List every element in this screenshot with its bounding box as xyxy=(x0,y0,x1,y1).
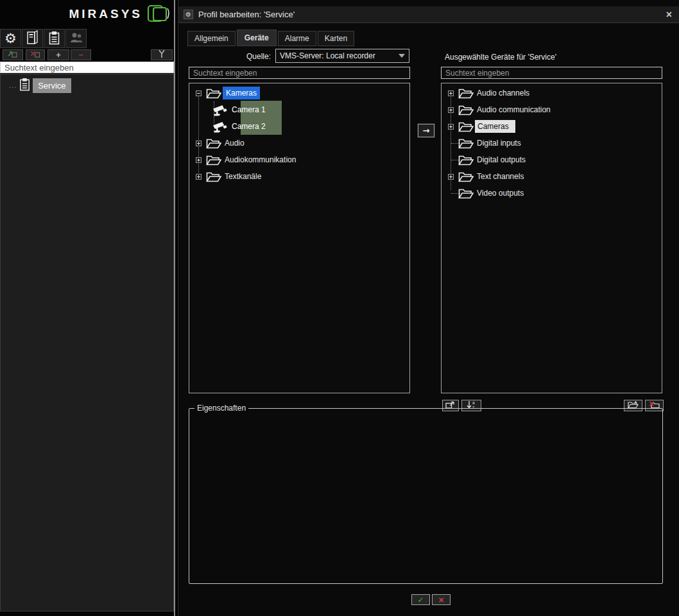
server-icon xyxy=(26,30,39,47)
expand-plus-icon[interactable] xyxy=(448,124,454,130)
tree-item-label: Cameras xyxy=(475,120,515,133)
tree-item-label: Camera 2 xyxy=(232,122,266,131)
tree-item-digital-outputs[interactable]: Digital outputs xyxy=(442,151,662,168)
dialog-titlebar[interactable]: ⚙ Profil bearbeiten: 'Service' × xyxy=(178,6,679,23)
profiles-tab-button[interactable] xyxy=(44,29,65,48)
cancel-x-icon: × xyxy=(438,596,444,604)
profile-edit-dialog: ⚙ Profil bearbeiten: 'Service' × Allgeme… xyxy=(178,0,679,616)
expand-plus-icon[interactable] xyxy=(448,90,454,96)
tree-item-audio-channels[interactable]: Audio channels xyxy=(442,85,662,101)
remove-red-icon xyxy=(30,50,40,60)
tree-item-label: Textkanäle xyxy=(225,172,261,181)
folder-icon xyxy=(206,138,221,149)
profile-gear-icon: ⚙ xyxy=(184,10,193,19)
tree-item-cameras[interactable]: Cameras xyxy=(442,118,662,135)
remove-button[interactable]: − xyxy=(71,49,91,60)
profile-tree-panel: ... Service xyxy=(0,74,174,612)
gear-icon: ⚙ xyxy=(4,32,17,46)
source-label: Quelle: xyxy=(217,52,271,61)
logo-text: MIRASYS xyxy=(69,7,142,21)
tree-item-label: Camera 1 xyxy=(232,105,266,114)
add-to-profile-button[interactable] xyxy=(3,49,23,60)
expand-plus-icon[interactable] xyxy=(196,174,202,180)
sidebar: MIRASYS ⚙ xyxy=(0,0,175,616)
tab-karten[interactable]: Karten xyxy=(318,31,354,46)
selected-devices-search-input[interactable] xyxy=(441,67,662,79)
selected-devices-header: Ausgewählte Geräte für 'Service' xyxy=(445,53,556,62)
connections-button[interactable] xyxy=(151,49,173,60)
expand-plus-icon[interactable] xyxy=(448,107,454,113)
tree-item-label: Kameras xyxy=(223,87,260,99)
tree-item-label: Audio communication xyxy=(477,105,551,114)
tree-item-label: Audio xyxy=(225,139,245,148)
sub-toolbar: + − xyxy=(0,49,174,60)
clipboard-icon xyxy=(19,78,30,93)
users-tab-button[interactable] xyxy=(65,29,87,48)
users-icon xyxy=(69,31,83,46)
logo: MIRASYS xyxy=(0,0,174,28)
tab-allgemein[interactable]: Allgemein xyxy=(187,31,236,46)
profile-tree-item-service[interactable]: ... Service xyxy=(1,77,71,94)
folder-icon xyxy=(458,88,474,99)
available-devices-tree: Kameras Camera 1 Camera 2 Audio Audiokom… xyxy=(189,83,410,393)
collapse-minus-icon[interactable] xyxy=(196,90,202,96)
sidebar-search-input[interactable] xyxy=(0,62,174,73)
minus-icon: − xyxy=(78,51,83,59)
settings-tab-button[interactable]: ⚙ xyxy=(0,29,21,48)
folder-icon xyxy=(458,188,474,199)
profile-tree-item-label: Service xyxy=(33,78,71,93)
tab-alarme[interactable]: Alarme xyxy=(278,31,316,46)
tree-item-audiokommunikation[interactable]: Audiokommunikation xyxy=(189,151,409,168)
folder-icon xyxy=(458,121,474,132)
cancel-button[interactable]: × xyxy=(432,594,451,605)
remove-from-profile-button[interactable] xyxy=(26,49,45,60)
tree-item-kameras[interactable]: Kameras xyxy=(189,85,409,101)
tree-connector-dots: ... xyxy=(9,81,17,89)
tree-item-label: Audiokommunikation xyxy=(225,155,296,164)
properties-groupbox: Eigenschaften xyxy=(189,408,663,584)
add-green-icon xyxy=(8,50,18,60)
device-search-input[interactable] xyxy=(189,67,410,79)
add-button[interactable]: + xyxy=(47,49,69,60)
plus-icon: + xyxy=(56,51,61,59)
folder-icon xyxy=(206,155,221,166)
tree-item-label: Audio channels xyxy=(477,89,529,98)
camera-icon xyxy=(211,121,228,133)
folder-icon xyxy=(458,155,474,166)
svg-text:a: a xyxy=(472,400,475,405)
tree-item-audio-communication[interactable]: Audio communication xyxy=(442,101,662,118)
source-dropdown-value: VMS-Server: Local recorder xyxy=(280,51,375,60)
expand-plus-icon[interactable] xyxy=(448,174,454,180)
tree-item-camera-2[interactable]: Camera 2 xyxy=(189,118,409,135)
tree-item-camera-1[interactable]: Camera 1 xyxy=(189,101,409,118)
check-icon: ✓ xyxy=(417,596,424,604)
close-icon[interactable]: × xyxy=(666,10,672,20)
dialog-tabbar: Allgemein Geräte Alarme Karten xyxy=(187,30,356,46)
expand-plus-icon[interactable] xyxy=(196,157,202,163)
source-dropdown[interactable]: VMS-Server: Local recorder xyxy=(275,49,409,63)
tree-item-audio[interactable]: Audio xyxy=(189,135,409,151)
tab-geraete[interactable]: Geräte xyxy=(237,30,277,46)
expand-plus-icon[interactable] xyxy=(196,141,202,146)
properties-label: Eigenschaften xyxy=(194,404,248,413)
tree-item-digital-inputs[interactable]: Digital inputs xyxy=(442,135,662,151)
move-right-button[interactable]: → xyxy=(418,124,434,137)
arrow-right-icon: → xyxy=(423,126,430,135)
folder-icon xyxy=(206,88,221,99)
tree-item-video-outputs[interactable]: Video outputs xyxy=(442,185,662,201)
tree-item-textkanaele[interactable]: Textkanäle xyxy=(189,168,409,185)
tree-item-text-channels[interactable]: Text channels xyxy=(442,168,662,185)
dialog-title: Profil bearbeiten: 'Service' xyxy=(198,10,295,19)
tree-item-label: Digital inputs xyxy=(477,139,521,148)
tree-item-label: Digital outputs xyxy=(477,155,526,164)
ok-button[interactable]: ✓ xyxy=(411,594,430,605)
tree-item-label: Video outputs xyxy=(477,189,524,198)
servers-tab-button[interactable] xyxy=(22,29,43,48)
camera-icon xyxy=(211,104,228,116)
folder-icon xyxy=(458,138,474,149)
folder-icon xyxy=(458,105,474,116)
tree-item-label: Text channels xyxy=(477,172,524,181)
folder-icon xyxy=(458,171,474,182)
clipboard-icon xyxy=(49,31,60,47)
mirasys-logo-icon xyxy=(146,3,171,26)
